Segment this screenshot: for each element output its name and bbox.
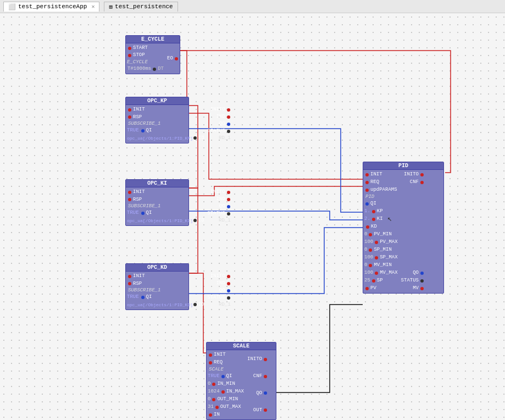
block-opc-ki-title: OPC_KI [126,180,188,187]
tab-label-2: test_persistence [115,3,173,10]
tab-icon-1: ⬜ [8,3,16,10]
pin-ecycle-eo: EO [167,55,179,62]
block-scale-title: SCALE [207,342,276,350]
pin-ecycle-stop: STOP [127,52,146,59]
block-ecycle-title: E_CYCLE [126,36,180,43]
block-scale[interactable]: SCALE INIT REQ SCALE TRUEQI 0IN_MIN 1024… [206,342,276,420]
block-opc-kd[interactable]: OPC_KD INIT RSP SUBSCRIBE_1 TRUEQI opc_u… [125,263,189,310]
close-icon-1[interactable]: ✕ [91,3,95,10]
tab-app[interactable]: ⬜ test_persistenceApp ✕ [3,2,99,12]
block-ecycle[interactable]: E_CYCLE START STOP E_CYCLE T#1000msDT EO [125,35,180,74]
tab-icon-2: ⊞ [109,3,113,10]
block-opc-kp[interactable]: OPC_KP INIT RSP SUBSCRIBE_1 TRUEQI opc_u… [125,97,189,143]
pin-ecycle-dt-label: T#1000msDT [127,65,164,73]
block-opc-kd-title: OPC_KD [126,264,188,272]
block-pid[interactable]: PID INIT REQ updPARAMS PID QI 1.KP 2.KI … [363,162,444,294]
pin-ecycle-start: START [127,45,148,52]
block-opc-kp-title: OPC_KP [126,97,188,105]
block-pid-title: PID [363,162,443,170]
tab-label-1: test_persistenceApp [18,3,87,10]
block-opc-ki[interactable]: OPC_KI INIT RSP SUBSCRIBE_1 TRUEQI opc_u… [125,179,189,226]
canvas: E_CYCLE START STOP E_CYCLE T#1000msDT EO [0,13,505,420]
title-bar: ⬜ test_persistenceApp ✕ ⊞ test_persisten… [0,0,505,13]
tab-persistence[interactable]: ⊞ test_persistence [104,2,177,12]
